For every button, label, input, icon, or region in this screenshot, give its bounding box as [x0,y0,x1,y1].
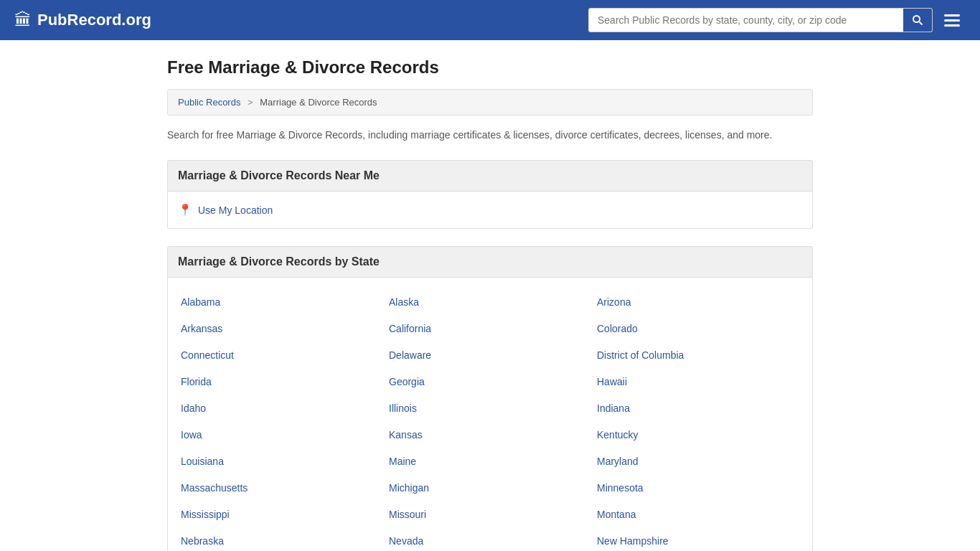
search-icon [912,14,923,26]
list-item: Mississippi [178,501,386,528]
list-item: Delaware [386,342,594,369]
state-link[interactable]: Massachusetts [181,482,248,494]
list-item: Idaho [178,395,386,422]
logo-text: PubRecord.org [37,11,151,29]
list-item: Alaska [386,289,594,316]
list-item: Maine [386,448,594,475]
state-link[interactable]: Delaware [389,349,431,361]
state-link[interactable]: Mississippi [181,509,230,520]
logo[interactable]: 🏛 PubRecord.org [14,10,151,30]
location-icon: 📍 [178,203,192,217]
state-link[interactable]: Alaska [389,296,419,308]
list-item: Colorado [594,316,802,342]
state-link[interactable]: Iowa [181,429,202,441]
state-link[interactable]: Maryland [597,456,639,467]
list-item: Nevada [386,528,594,551]
state-link[interactable]: Minnesota [597,482,644,494]
list-item: Nebraska [178,528,386,551]
list-item: Hawaii [594,369,802,395]
logo-icon: 🏛 [14,10,32,30]
list-item: New Hampshire [594,528,802,551]
state-link[interactable]: Indiana [597,402,630,414]
state-link[interactable]: Montana [597,509,636,520]
state-link[interactable]: Connecticut [181,349,234,361]
list-item: Kansas [386,422,594,448]
list-item: District of Columbia [594,342,802,369]
state-link[interactable]: Arizona [597,296,631,308]
list-item: Kentucky [594,422,802,448]
by-state-header: Marriage & Divorce Records by State [167,246,813,278]
page-description: Search for free Marriage & Divorce Recor… [167,127,813,143]
list-item: Massachusetts [178,475,386,501]
list-item: Illinois [386,395,594,422]
breadcrumb-current: Marriage & Divorce Records [260,97,377,108]
state-link[interactable]: California [389,323,431,334]
list-item: Minnesota [594,475,802,501]
use-location-button[interactable]: 📍 Use My Location [178,203,273,217]
menu-bar-2 [944,19,960,22]
breadcrumb-home[interactable]: Public Records [178,97,240,108]
state-link[interactable]: Colorado [597,323,638,334]
state-link[interactable]: Arkansas [181,323,222,334]
svg-point-0 [913,16,920,22]
menu-bar-3 [944,24,960,27]
main-content: Free Marriage & Divorce Records Public R… [153,40,827,551]
state-link[interactable]: New Hampshire [597,535,669,547]
state-link[interactable]: Nevada [389,535,423,547]
state-link[interactable]: Idaho [181,402,206,414]
state-link[interactable]: Illinois [389,402,417,414]
list-item: California [386,316,594,342]
search-bar [588,8,933,32]
state-link[interactable]: District of Columbia [597,349,684,361]
state-link[interactable]: Louisiana [181,456,224,467]
breadcrumb-separator: > [248,97,253,108]
state-link[interactable]: Maine [389,456,416,467]
state-link[interactable]: Kansas [389,429,423,441]
menu-bar-1 [944,14,960,17]
header: 🏛 PubRecord.org [0,0,980,40]
state-link[interactable]: Nebraska [181,535,224,547]
state-link[interactable]: Michigan [389,482,429,494]
state-grid: AlabamaAlaskaArizonaArkansasCaliforniaCo… [178,289,802,551]
search-button[interactable] [903,9,932,32]
list-item: Indiana [594,395,802,422]
search-input[interactable] [589,9,903,32]
list-item: Connecticut [178,342,386,369]
state-link[interactable]: Kentucky [597,429,639,441]
menu-button[interactable] [938,11,966,29]
state-link[interactable]: Alabama [181,296,220,308]
state-link[interactable]: Missouri [389,509,426,520]
list-item: Iowa [178,422,386,448]
list-item: Arizona [594,289,802,316]
list-item: Maryland [594,448,802,475]
near-me-header: Marriage & Divorce Records Near Me [167,160,813,192]
list-item: Arkansas [178,316,386,342]
list-item: Florida [178,369,386,395]
state-link[interactable]: Georgia [389,376,425,387]
list-item: Missouri [386,501,594,528]
header-right [588,8,966,32]
near-me-section: Marriage & Divorce Records Near Me 📍 Use… [167,160,813,229]
list-item: Alabama [178,289,386,316]
list-item: Louisiana [178,448,386,475]
page-title: Free Marriage & Divorce Records [167,57,813,77]
state-list: AlabamaAlaskaArizonaArkansasCaliforniaCo… [167,278,813,551]
list-item: Georgia [386,369,594,395]
state-link[interactable]: Florida [181,376,212,387]
near-me-body: 📍 Use My Location [167,192,813,229]
by-state-section: Marriage & Divorce Records by State Alab… [167,246,813,551]
use-location-label: Use My Location [198,204,273,216]
state-link[interactable]: Hawaii [597,376,627,387]
breadcrumb: Public Records > Marriage & Divorce Reco… [167,89,813,116]
svg-line-1 [920,22,923,25]
list-item: Montana [594,501,802,528]
list-item: Michigan [386,475,594,501]
